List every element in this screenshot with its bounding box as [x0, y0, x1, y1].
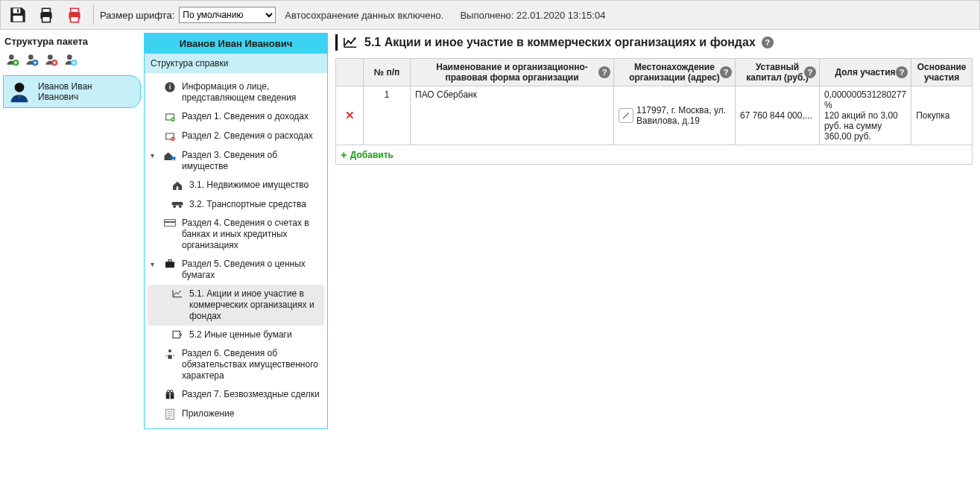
- add-person-cyan-icon[interactable]: [63, 51, 79, 68]
- tree-item-section7[interactable]: Раздел 7. Безвозмездные сделки: [148, 385, 324, 405]
- bank-card-icon: [162, 218, 177, 228]
- help-icon[interactable]: ?: [598, 66, 610, 78]
- help-icon[interactable]: ?: [762, 37, 774, 48]
- svg-rect-27: [177, 186, 179, 190]
- package-person-icons: [3, 50, 141, 69]
- reference-subtitle: Структура справки: [145, 54, 327, 73]
- svg-text:i: i: [169, 83, 171, 91]
- help-icon[interactable]: ?: [804, 66, 816, 78]
- reference-tree: i Информация о лице, представляющем свед…: [145, 73, 327, 428]
- print-red-icon-button[interactable]: [62, 4, 87, 26]
- tree-item-section3[interactable]: ▾ Раздел 3. Сведения об имуществе: [148, 146, 324, 176]
- tree-item-section5[interactable]: ▾ Раздел 5. Сведения о ценных бумагах: [148, 255, 324, 285]
- info-icon: i: [162, 81, 177, 93]
- add-row: + Добавить: [336, 145, 973, 165]
- expense-icon: [162, 130, 177, 142]
- svg-rect-0: [13, 8, 21, 13]
- help-icon[interactable]: ?: [896, 66, 908, 78]
- svg-point-45: [354, 37, 356, 39]
- document-icon: [162, 408, 177, 420]
- plus-icon: +: [341, 148, 347, 161]
- add-person-blue-icon[interactable]: [24, 51, 40, 68]
- tree-item-section1[interactable]: Раздел 1. Сведения о доходах: [148, 107, 324, 127]
- tree-item-info[interactable]: i Информация о лице, представляющем свед…: [148, 77, 324, 107]
- caret-down-icon: ▾: [151, 150, 158, 161]
- svg-rect-32: [165, 221, 176, 223]
- cell-num: 1: [364, 86, 411, 145]
- house-icon: [170, 180, 185, 191]
- gift-icon: [162, 389, 177, 401]
- svg-point-26: [174, 159, 175, 160]
- chart-line-icon: [342, 36, 358, 49]
- edit-icon[interactable]: [619, 108, 633, 123]
- caret-down-icon: ▾: [151, 259, 158, 270]
- svg-point-15: [67, 54, 72, 60]
- svg-rect-1: [13, 16, 23, 22]
- reference-panel: Иванов Иван Иванович Структура справки i…: [144, 33, 328, 429]
- autosave-status: Автосохранение данных включено.: [285, 10, 443, 21]
- svg-rect-34: [168, 260, 171, 262]
- briefcase-icon: [162, 259, 177, 269]
- done-status: Выполнено: 22.01.2020 13:15:04: [460, 10, 605, 21]
- svg-point-40: [167, 390, 169, 393]
- content-panel: 5.1 Акции и иное участие в коммерческих …: [331, 33, 977, 165]
- svg-rect-7: [71, 8, 79, 12]
- help-icon[interactable]: ?: [720, 66, 732, 78]
- col-basis: Основание участия: [911, 59, 973, 86]
- svg-rect-35: [173, 331, 180, 338]
- tree-item-section2[interactable]: Раздел 2. Сведения о расходах: [148, 127, 324, 146]
- tree-item-3-1[interactable]: 3.1. Недвижимое имущество: [148, 176, 324, 195]
- tree-item-5-2[interactable]: 5.2 Иные ценные бумаги: [148, 326, 324, 344]
- table-row[interactable]: ✕ 1 ПАО Сбербанк 117997, г. Москва, ул. …: [336, 86, 973, 145]
- col-num: № п/п: [364, 59, 411, 86]
- cell-name: ПАО Сбербанк: [411, 86, 614, 145]
- tree-item-appendix[interactable]: Приложение: [148, 405, 324, 424]
- font-size-label: Размер шрифта:: [100, 10, 174, 21]
- package-person-name: Иванов Иван Иванович: [38, 81, 134, 103]
- svg-point-13: [48, 54, 53, 60]
- col-delete: [336, 59, 364, 86]
- svg-point-30: [179, 205, 182, 208]
- add-person-red-icon[interactable]: [43, 51, 60, 68]
- svg-rect-4: [42, 8, 51, 12]
- tree-item-section6[interactable]: Раздел 6. Сведения об обязательствах иму…: [148, 344, 324, 385]
- col-name: Наименование и организационно-правовая ф…: [411, 59, 614, 86]
- package-panel: Структура пакета Иванов Иван Иванович: [3, 33, 141, 108]
- add-button[interactable]: + Добавить: [341, 148, 967, 161]
- svg-rect-24: [171, 157, 176, 159]
- svg-point-25: [171, 159, 172, 160]
- svg-rect-8: [71, 16, 79, 22]
- securities-icon: [170, 329, 185, 340]
- top-toolbar: Размер шрифта: По умолчанию Автосохранен…: [0, 0, 980, 30]
- avatar-icon: [7, 79, 32, 104]
- svg-point-36: [168, 349, 171, 352]
- svg-rect-39: [169, 393, 170, 399]
- income-icon: [162, 111, 177, 123]
- col-loc: Местонахождение организации (адрес)?: [614, 59, 736, 86]
- print-icon-button[interactable]: [34, 4, 59, 26]
- svg-point-17: [15, 83, 25, 92]
- cell-share: 0,000000531280277 % 120 акций по 3,00 ру…: [820, 86, 911, 145]
- section-title: 5.1 Акции и иное участие в коммерческих …: [364, 36, 756, 49]
- delete-row-icon[interactable]: ✕: [345, 109, 355, 121]
- save-icon-button[interactable]: [5, 4, 31, 26]
- svg-rect-33: [165, 262, 174, 267]
- tree-item-5-1[interactable]: 5.1. Акции и иное участие в коммерческих…: [148, 285, 324, 326]
- package-title: Структура пакета: [3, 33, 141, 50]
- tree-item-section4[interactable]: Раздел 4. Сведения о счетах в банках и и…: [148, 214, 324, 255]
- svg-point-43: [347, 40, 350, 42]
- tree-item-3-2[interactable]: 3.2. Транспортные средства: [148, 195, 324, 214]
- car-icon: [170, 199, 185, 209]
- svg-rect-28: [172, 202, 183, 206]
- chart-line-icon: [170, 288, 185, 299]
- font-size-select[interactable]: По умолчанию: [179, 7, 276, 23]
- svg-point-29: [173, 205, 176, 208]
- svg-rect-5: [42, 16, 51, 22]
- cell-basis: Покупка: [911, 86, 973, 145]
- cell-cap: 67 760 844 000,...: [736, 86, 820, 145]
- svg-point-44: [350, 42, 353, 45]
- package-person-card[interactable]: Иванов Иван Иванович: [3, 75, 141, 108]
- cell-loc: 117997, г. Москва, ул. Вавилова, д.19: [614, 86, 736, 145]
- add-person-green-icon[interactable]: [4, 51, 21, 68]
- shares-table: № п/п Наименование и организационно-прав…: [335, 58, 973, 165]
